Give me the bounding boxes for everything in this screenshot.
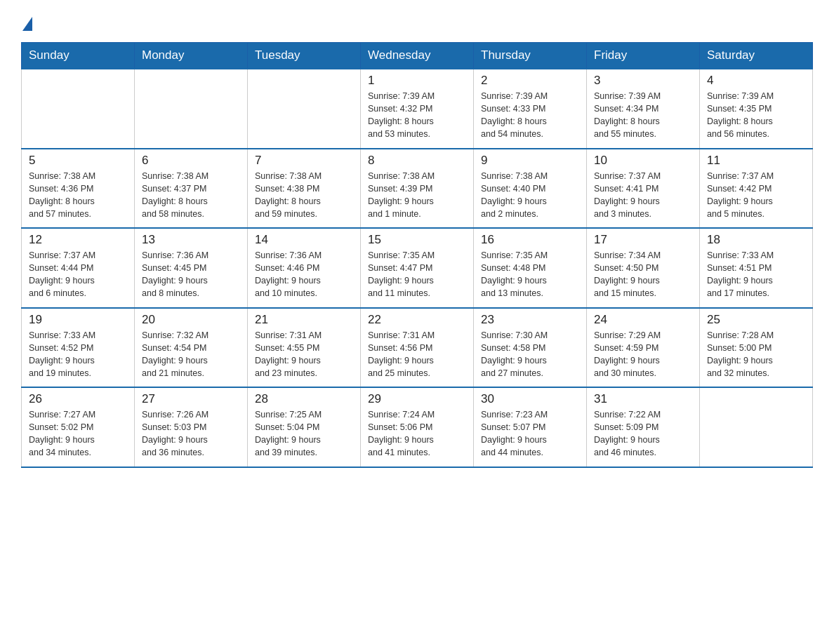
calendar-cell: 3Sunrise: 7:39 AM Sunset: 4:34 PM Daylig… — [587, 69, 700, 149]
calendar-week-row: 26Sunrise: 7:27 AM Sunset: 5:02 PM Dayli… — [22, 387, 813, 467]
day-number: 5 — [29, 154, 127, 168]
calendar-cell — [22, 69, 135, 149]
day-info: Sunrise: 7:34 AM Sunset: 4:50 PM Dayligh… — [594, 249, 692, 300]
day-number: 27 — [142, 392, 240, 406]
calendar-week-row: 19Sunrise: 7:33 AM Sunset: 4:52 PM Dayli… — [22, 308, 813, 388]
day-info: Sunrise: 7:39 AM Sunset: 4:33 PM Dayligh… — [481, 90, 579, 141]
day-info: Sunrise: 7:39 AM Sunset: 4:35 PM Dayligh… — [707, 90, 805, 141]
calendar-cell: 18Sunrise: 7:33 AM Sunset: 4:51 PM Dayli… — [700, 228, 813, 308]
calendar-cell: 4Sunrise: 7:39 AM Sunset: 4:35 PM Daylig… — [700, 69, 813, 149]
day-number: 26 — [29, 392, 127, 406]
page-header — [21, 14, 813, 31]
day-number: 18 — [707, 233, 805, 247]
day-info: Sunrise: 7:38 AM Sunset: 4:38 PM Dayligh… — [255, 170, 353, 221]
day-info: Sunrise: 7:31 AM Sunset: 4:55 PM Dayligh… — [255, 329, 353, 380]
day-number: 23 — [481, 313, 579, 327]
day-number: 29 — [368, 392, 466, 406]
calendar-cell: 21Sunrise: 7:31 AM Sunset: 4:55 PM Dayli… — [248, 308, 361, 388]
calendar-cell: 24Sunrise: 7:29 AM Sunset: 4:59 PM Dayli… — [587, 308, 700, 388]
calendar-cell: 22Sunrise: 7:31 AM Sunset: 4:56 PM Dayli… — [361, 308, 474, 388]
calendar-cell: 23Sunrise: 7:30 AM Sunset: 4:58 PM Dayli… — [474, 308, 587, 388]
day-number: 4 — [707, 74, 805, 88]
day-info: Sunrise: 7:26 AM Sunset: 5:03 PM Dayligh… — [142, 408, 240, 459]
calendar-cell: 31Sunrise: 7:22 AM Sunset: 5:09 PM Dayli… — [587, 387, 700, 467]
day-info: Sunrise: 7:38 AM Sunset: 4:37 PM Dayligh… — [142, 170, 240, 221]
day-number: 9 — [481, 154, 579, 168]
day-header-tuesday: Tuesday — [248, 43, 361, 69]
day-info: Sunrise: 7:39 AM Sunset: 4:34 PM Dayligh… — [594, 90, 692, 141]
day-info: Sunrise: 7:39 AM Sunset: 4:32 PM Dayligh… — [368, 90, 466, 141]
day-info: Sunrise: 7:30 AM Sunset: 4:58 PM Dayligh… — [481, 329, 579, 380]
day-info: Sunrise: 7:23 AM Sunset: 5:07 PM Dayligh… — [481, 408, 579, 459]
calendar-cell: 11Sunrise: 7:37 AM Sunset: 4:42 PM Dayli… — [700, 149, 813, 229]
calendar-cell: 17Sunrise: 7:34 AM Sunset: 4:50 PM Dayli… — [587, 228, 700, 308]
calendar-cell: 16Sunrise: 7:35 AM Sunset: 4:48 PM Dayli… — [474, 228, 587, 308]
calendar-week-row: 12Sunrise: 7:37 AM Sunset: 4:44 PM Dayli… — [22, 228, 813, 308]
calendar-cell: 6Sunrise: 7:38 AM Sunset: 4:37 PM Daylig… — [135, 149, 248, 229]
day-number: 16 — [481, 233, 579, 247]
day-info: Sunrise: 7:37 AM Sunset: 4:41 PM Dayligh… — [594, 170, 692, 221]
calendar-cell: 25Sunrise: 7:28 AM Sunset: 5:00 PM Dayli… — [700, 308, 813, 388]
calendar-cell: 29Sunrise: 7:24 AM Sunset: 5:06 PM Dayli… — [361, 387, 474, 467]
day-number: 22 — [368, 313, 466, 327]
day-number: 20 — [142, 313, 240, 327]
day-info: Sunrise: 7:22 AM Sunset: 5:09 PM Dayligh… — [594, 408, 692, 459]
calendar-cell: 19Sunrise: 7:33 AM Sunset: 4:52 PM Dayli… — [22, 308, 135, 388]
day-number: 28 — [255, 392, 353, 406]
day-info: Sunrise: 7:25 AM Sunset: 5:04 PM Dayligh… — [255, 408, 353, 459]
logo-triangle-icon — [22, 17, 32, 31]
calendar-cell — [248, 69, 361, 149]
calendar-cell: 20Sunrise: 7:32 AM Sunset: 4:54 PM Dayli… — [135, 308, 248, 388]
day-number: 8 — [368, 154, 466, 168]
day-info: Sunrise: 7:35 AM Sunset: 4:48 PM Dayligh… — [481, 249, 579, 300]
day-number: 1 — [368, 74, 466, 88]
logo — [21, 14, 32, 31]
day-header-saturday: Saturday — [700, 43, 813, 69]
day-info: Sunrise: 7:38 AM Sunset: 4:36 PM Dayligh… — [29, 170, 127, 221]
day-info: Sunrise: 7:33 AM Sunset: 4:51 PM Dayligh… — [707, 249, 805, 300]
calendar-header-row: SundayMondayTuesdayWednesdayThursdayFrid… — [22, 43, 813, 69]
day-number: 13 — [142, 233, 240, 247]
calendar-cell: 14Sunrise: 7:36 AM Sunset: 4:46 PM Dayli… — [248, 228, 361, 308]
calendar-cell: 9Sunrise: 7:38 AM Sunset: 4:40 PM Daylig… — [474, 149, 587, 229]
calendar-cell: 8Sunrise: 7:38 AM Sunset: 4:39 PM Daylig… — [361, 149, 474, 229]
day-number: 7 — [255, 154, 353, 168]
day-number: 25 — [707, 313, 805, 327]
day-info: Sunrise: 7:38 AM Sunset: 4:39 PM Dayligh… — [368, 170, 466, 221]
day-number: 11 — [707, 154, 805, 168]
day-number: 30 — [481, 392, 579, 406]
calendar-cell — [700, 387, 813, 467]
day-number: 10 — [594, 154, 692, 168]
day-number: 12 — [29, 233, 127, 247]
day-info: Sunrise: 7:31 AM Sunset: 4:56 PM Dayligh… — [368, 329, 466, 380]
day-number: 14 — [255, 233, 353, 247]
day-info: Sunrise: 7:37 AM Sunset: 4:42 PM Dayligh… — [707, 170, 805, 221]
calendar-cell: 28Sunrise: 7:25 AM Sunset: 5:04 PM Dayli… — [248, 387, 361, 467]
day-number: 15 — [368, 233, 466, 247]
day-info: Sunrise: 7:29 AM Sunset: 4:59 PM Dayligh… — [594, 329, 692, 380]
day-header-sunday: Sunday — [22, 43, 135, 69]
day-info: Sunrise: 7:36 AM Sunset: 4:46 PM Dayligh… — [255, 249, 353, 300]
calendar-cell: 15Sunrise: 7:35 AM Sunset: 4:47 PM Dayli… — [361, 228, 474, 308]
calendar-week-row: 5Sunrise: 7:38 AM Sunset: 4:36 PM Daylig… — [22, 149, 813, 229]
day-info: Sunrise: 7:33 AM Sunset: 4:52 PM Dayligh… — [29, 329, 127, 380]
day-number: 3 — [594, 74, 692, 88]
day-info: Sunrise: 7:27 AM Sunset: 5:02 PM Dayligh… — [29, 408, 127, 459]
day-info: Sunrise: 7:35 AM Sunset: 4:47 PM Dayligh… — [368, 249, 466, 300]
calendar-cell: 2Sunrise: 7:39 AM Sunset: 4:33 PM Daylig… — [474, 69, 587, 149]
day-info: Sunrise: 7:38 AM Sunset: 4:40 PM Dayligh… — [481, 170, 579, 221]
calendar-cell: 30Sunrise: 7:23 AM Sunset: 5:07 PM Dayli… — [474, 387, 587, 467]
calendar-cell: 13Sunrise: 7:36 AM Sunset: 4:45 PM Dayli… — [135, 228, 248, 308]
day-number: 6 — [142, 154, 240, 168]
day-number: 24 — [594, 313, 692, 327]
calendar-cell: 7Sunrise: 7:38 AM Sunset: 4:38 PM Daylig… — [248, 149, 361, 229]
calendar-week-row: 1Sunrise: 7:39 AM Sunset: 4:32 PM Daylig… — [22, 69, 813, 149]
day-number: 17 — [594, 233, 692, 247]
day-info: Sunrise: 7:32 AM Sunset: 4:54 PM Dayligh… — [142, 329, 240, 380]
day-number: 2 — [481, 74, 579, 88]
calendar-cell: 12Sunrise: 7:37 AM Sunset: 4:44 PM Dayli… — [22, 228, 135, 308]
calendar-cell: 10Sunrise: 7:37 AM Sunset: 4:41 PM Dayli… — [587, 149, 700, 229]
calendar-cell: 27Sunrise: 7:26 AM Sunset: 5:03 PM Dayli… — [135, 387, 248, 467]
day-info: Sunrise: 7:36 AM Sunset: 4:45 PM Dayligh… — [142, 249, 240, 300]
calendar-table: SundayMondayTuesdayWednesdayThursdayFrid… — [21, 42, 813, 468]
